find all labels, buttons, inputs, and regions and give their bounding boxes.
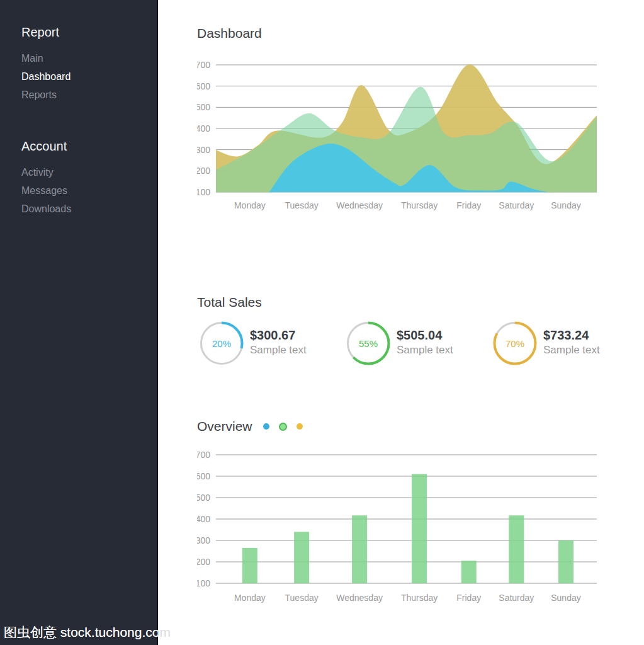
svg-text:Wednesday: Wednesday bbox=[336, 200, 383, 210]
percent-label: 55% bbox=[346, 321, 391, 366]
overview-legend bbox=[263, 423, 303, 431]
svg-text:Thursday: Thursday bbox=[401, 593, 438, 603]
svg-text:Tuesday: Tuesday bbox=[285, 593, 319, 603]
sales-caption: Sample text bbox=[250, 343, 307, 357]
svg-text:Saturday: Saturday bbox=[499, 200, 534, 210]
svg-text:Sunday: Sunday bbox=[551, 200, 580, 210]
progress-ring: 20% bbox=[199, 321, 244, 366]
sales-value: $300.67 bbox=[250, 328, 307, 343]
sidebar-section-account: Account Activity Messages Downloads bbox=[21, 138, 157, 218]
watermark: 图虫创意 stock.tuchong.com 图虫创意 stock.tuchon… bbox=[4, 624, 171, 641]
svg-text:Tuesday: Tuesday bbox=[285, 200, 319, 210]
svg-text:500: 500 bbox=[197, 493, 210, 503]
sales-caption: Sample text bbox=[543, 343, 600, 357]
sidebar-item-main[interactable]: Main bbox=[21, 49, 157, 67]
sidebar-item-messages[interactable]: Messages bbox=[21, 181, 157, 200]
percent-label: 20% bbox=[199, 321, 244, 366]
svg-text:500: 500 bbox=[197, 102, 210, 112]
sidebar-section-report: Report Main Dashboard Reports bbox=[21, 24, 157, 104]
sidebar-item-reports[interactable]: Reports bbox=[21, 86, 157, 104]
sales-card: 20% $300.67 Sample text bbox=[199, 321, 346, 366]
svg-text:700: 700 bbox=[197, 60, 210, 70]
progress-ring: 55% bbox=[346, 321, 391, 366]
sidebar-item-activity[interactable]: Activity bbox=[21, 163, 157, 181]
svg-text:Sunday: Sunday bbox=[551, 593, 580, 603]
svg-text:200: 200 bbox=[197, 557, 210, 567]
legend-dot-blue bbox=[263, 423, 269, 430]
watermark-text: 图虫创意 stock.tuchong.com bbox=[4, 624, 171, 641]
weekly-area-chart: 100200300400500600700MondayTuesdayWednes… bbox=[197, 57, 606, 217]
svg-text:400: 400 bbox=[197, 123, 210, 134]
sidebar-item-dashboard[interactable]: Dashboard bbox=[21, 67, 157, 86]
svg-text:600: 600 bbox=[197, 81, 210, 91]
sales-caption: Sample text bbox=[397, 343, 453, 357]
percent-label: 70% bbox=[492, 321, 538, 366]
svg-text:600: 600 bbox=[197, 471, 210, 481]
svg-text:400: 400 bbox=[197, 514, 210, 524]
dashboard-app: Report Main Dashboard Reports Account Ac… bbox=[0, 0, 644, 645]
overview-title: Overview bbox=[197, 418, 252, 435]
svg-text:300: 300 bbox=[197, 535, 210, 545]
page-title: Dashboard bbox=[197, 25, 262, 42]
svg-text:Wednesday: Wednesday bbox=[336, 593, 383, 603]
sidebar-section-title: Account bbox=[21, 138, 157, 154]
svg-text:700: 700 bbox=[197, 450, 210, 460]
svg-text:300: 300 bbox=[197, 145, 210, 155]
sidebar-section-title: Report bbox=[21, 24, 157, 40]
svg-text:Monday: Monday bbox=[234, 593, 266, 603]
svg-text:Friday: Friday bbox=[456, 593, 481, 603]
svg-text:Monday: Monday bbox=[234, 200, 266, 210]
svg-text:Friday: Friday bbox=[456, 200, 481, 210]
progress-ring: 70% bbox=[492, 321, 538, 366]
sidebar-item-downloads[interactable]: Downloads bbox=[21, 200, 157, 218]
svg-text:200: 200 bbox=[197, 166, 210, 176]
sales-value: $505.04 bbox=[397, 328, 453, 343]
total-sales-cards: 20% $300.67 Sample text 55% $505.04 Samp… bbox=[199, 321, 639, 366]
svg-text:Saturday: Saturday bbox=[499, 593, 534, 603]
svg-text:100: 100 bbox=[197, 187, 210, 197]
legend-dot-green bbox=[279, 423, 287, 431]
sales-value: $733.24 bbox=[543, 328, 600, 343]
legend-dot-yellow bbox=[297, 423, 303, 430]
sidebar: Report Main Dashboard Reports Account Ac… bbox=[0, 0, 158, 645]
svg-text:100: 100 bbox=[197, 578, 210, 588]
sales-card: 55% $505.04 Sample text bbox=[346, 321, 492, 366]
overview-bar-chart: 100200300400500600700MondayTuesdayWednes… bbox=[197, 447, 606, 611]
total-sales-title: Total Sales bbox=[197, 294, 262, 311]
svg-text:Thursday: Thursday bbox=[401, 200, 438, 210]
sales-card: 70% $733.24 Sample text bbox=[492, 321, 639, 366]
